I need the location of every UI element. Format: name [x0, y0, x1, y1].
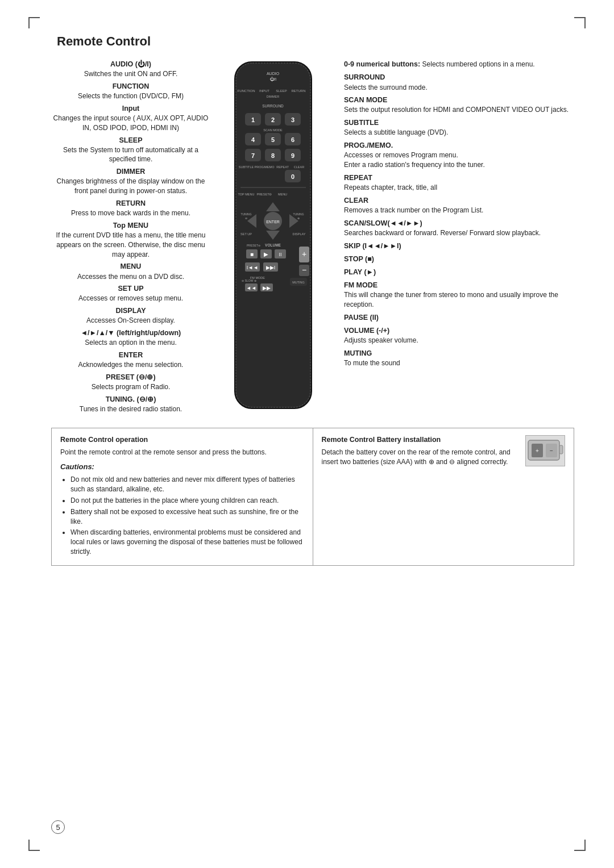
- operation-title: Remote Control operation: [60, 435, 304, 445]
- setup-text: Accesses or removes setup menu.: [51, 294, 210, 303]
- numerical-title: 0-9 numerical buttons:: [344, 60, 422, 68]
- caution-item-2: Do not put the batteries in the place wh…: [70, 496, 304, 506]
- svg-text:⊖: ⊖: [245, 216, 247, 220]
- section-sleep: SLEEP Sets the System to turn off automa…: [51, 135, 210, 165]
- svg-text:ENTER: ENTER: [266, 220, 280, 224]
- remote-svg: AUDIO ⏻/I FUNCTION INPUT SLEEP DIMMER RE…: [218, 59, 329, 411]
- battery-text: Detach the battery cover on the rear of …: [322, 448, 519, 467]
- prog-memo-title: PROG./MEMO.: [344, 140, 574, 151]
- main-content: AUDIO (⏻/I) Switches the unit ON and OFF…: [51, 59, 574, 416]
- svg-text:CLEAR: CLEAR: [293, 165, 304, 169]
- input-text: Changes the input source ( AUX, AUX OPT,…: [51, 114, 210, 133]
- svg-text:5: 5: [271, 136, 274, 143]
- corner-mark-bl: [28, 840, 40, 851]
- svg-text:▶▶I: ▶▶I: [265, 265, 275, 270]
- function-title: FUNCTION: [51, 81, 210, 91]
- muting-text: To mute the sound: [344, 358, 574, 368]
- surround-text: Selects the surround mode.: [344, 83, 574, 93]
- svg-text:⏻/I: ⏻/I: [269, 77, 276, 82]
- svg-text:PRESET⊖: PRESET⊖: [246, 244, 260, 247]
- battery-image: + −: [525, 435, 565, 466]
- svg-text:1: 1: [251, 116, 254, 123]
- svg-text:3: 3: [291, 116, 294, 123]
- menu-text: Accesses the menu on a DVD disc.: [51, 272, 210, 282]
- caution-item-4: When discarding batteries, environmental…: [70, 528, 304, 556]
- tuning-text: Tunes in the desired radio station.: [51, 404, 210, 414]
- repeat-text: Repeats chapter, track, title, all: [344, 183, 574, 193]
- svg-text:SCAN MODE: SCAN MODE: [263, 128, 283, 132]
- stop-title: STOP (■): [344, 254, 574, 264]
- svg-text:VOLUME: VOLUME: [265, 243, 281, 247]
- svg-text:FUNCTION: FUNCTION: [237, 89, 255, 93]
- subtitle-text: Selects a subtitle language (DVD).: [344, 128, 574, 137]
- volume-title: VOLUME (-/+): [344, 326, 574, 336]
- center-column: AUDIO ⏻/I FUNCTION INPUT SLEEP DIMMER RE…: [210, 59, 335, 413]
- fm-mode-title: FM MODE: [344, 280, 574, 290]
- setup-title: SET UP: [51, 283, 210, 294]
- return-title: RETURN: [51, 198, 210, 208]
- preset-text: Selects program of Radio.: [51, 382, 210, 392]
- section-play: PLAY (►): [344, 267, 574, 277]
- muting-title: MUTING: [344, 348, 574, 358]
- section-scan-slow: SCAN/SLOW(◄◄/►►) Searches backward or fo…: [344, 218, 574, 238]
- battery-title: Remote Control Battery installation: [322, 435, 519, 445]
- section-menu: MENU Accesses the menu on a DVD disc.: [51, 261, 210, 281]
- svg-text:+: +: [536, 448, 539, 454]
- clear-text: Removes a track number on the Program Li…: [344, 206, 574, 215]
- svg-text:−: −: [301, 265, 306, 274]
- svg-text:MENU: MENU: [277, 193, 287, 196]
- section-enter: ENTER Acknowledges the menu selection.: [51, 350, 210, 370]
- svg-text:2: 2: [271, 116, 274, 123]
- audio-text: Switches the unit ON and OFF.: [51, 69, 210, 79]
- svg-text:0: 0: [291, 173, 294, 180]
- scan-mode-text: Sets the output resolution for HDMI and …: [344, 105, 574, 115]
- svg-text:SLEEP: SLEEP: [276, 89, 287, 93]
- section-pause: PAUSE (II): [344, 312, 574, 323]
- svg-text:TUNING: TUNING: [293, 212, 304, 216]
- svg-rect-76: [559, 445, 563, 454]
- svg-text:SURROUND: SURROUND: [262, 104, 284, 108]
- volume-text: Adjusts speaker volume.: [344, 336, 574, 345]
- section-stop: STOP (■): [344, 254, 574, 264]
- corner-mark-tl: [28, 17, 40, 28]
- right-column: 0-9 numerical buttons: Selects numbered …: [335, 59, 574, 371]
- section-tuning: TUNING. (⊖/⊕) Tunes in the desired radio…: [51, 394, 210, 414]
- surround-title: SURROUND: [344, 72, 574, 82]
- sleep-text: Sets the System to turn off automaticall…: [51, 145, 210, 165]
- svg-text:SUBTITLE: SUBTITLE: [238, 165, 254, 169]
- cautions-title: Cautions:: [60, 462, 304, 472]
- svg-text:REPEAT: REPEAT: [276, 165, 289, 169]
- preset-title: PRESET (⊖/⊕): [51, 372, 210, 382]
- corner-mark-tr: [574, 17, 586, 28]
- svg-text:INPUT: INPUT: [259, 89, 269, 93]
- section-top-menu: Top MENU If the current DVD title has a …: [51, 220, 210, 260]
- operation-text: Point the remote control at the remote s…: [60, 448, 304, 457]
- scan-slow-text: Searches backward or forward. Reverse/ F…: [344, 228, 574, 238]
- enter-title: ENTER: [51, 350, 210, 360]
- svg-text:I◄◄: I◄◄: [246, 265, 258, 270]
- corner-mark-br: [574, 840, 586, 851]
- sleep-title: SLEEP: [51, 135, 210, 145]
- menu-title: MENU: [51, 261, 210, 272]
- svg-text:SET UP: SET UP: [240, 232, 252, 236]
- tuning-title: TUNING. (⊖/⊕): [51, 394, 210, 404]
- cautions-list: Do not mix old and new batteries and nev…: [60, 475, 304, 556]
- bottom-right-panel: Remote Control Battery installation Deta…: [313, 428, 574, 565]
- audio-title: AUDIO (⏻/I): [51, 59, 210, 69]
- input-title: Input: [51, 103, 210, 114]
- svg-text:II: II: [279, 252, 281, 257]
- section-repeat: REPEAT Repeats chapter, track, title, al…: [344, 173, 574, 193]
- svg-text:TUNING: TUNING: [240, 212, 251, 216]
- section-function: FUNCTION Selects the function (DVD/CD, F…: [51, 81, 210, 101]
- caution-item-1: Do not mix old and new batteries and nev…: [70, 475, 304, 494]
- svg-text:DISPLAY: DISPLAY: [292, 232, 305, 236]
- display-text: Accesses On-Screen display.: [51, 316, 210, 326]
- fm-mode-text: This will change the tuner from stereo t…: [344, 290, 574, 310]
- svg-text:−: −: [550, 448, 553, 454]
- section-return: RETURN Press to move back wards in the m…: [51, 198, 210, 218]
- svg-text:RETURN: RETURN: [291, 89, 305, 93]
- top-menu-text: If the current DVD title has a menu, the…: [51, 231, 210, 259]
- section-prog-memo: PROG./MEMO. Accesses or removes Program …: [344, 140, 574, 170]
- svg-text:⊕: ⊕: [297, 216, 300, 220]
- subtitle-title: SUBTITLE: [344, 118, 574, 128]
